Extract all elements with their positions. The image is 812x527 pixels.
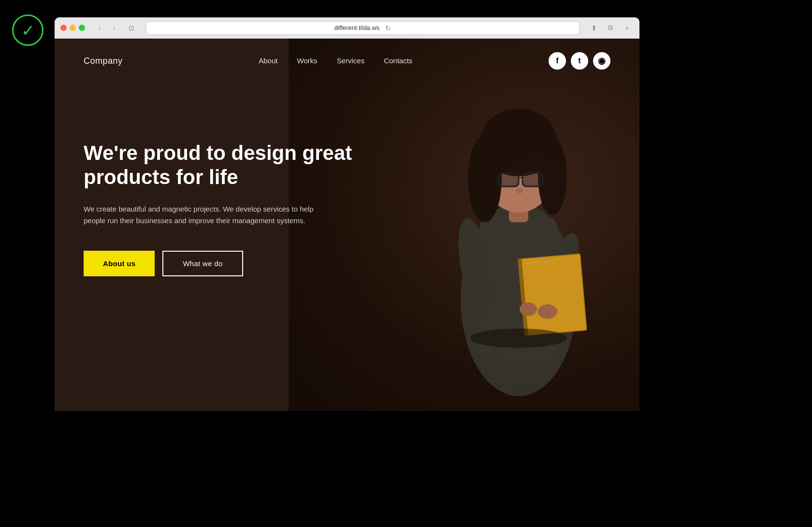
svg-rect-21 [522,173,543,186]
browser-toolbar: ‹ › ⊡ different.tilda.ws ↻ ⬆ ⧉ + [55,17,639,39]
url-text: different.tilda.ws [334,24,380,31]
checkmark-overlay: ✓ [12,14,44,46]
svg-point-16 [484,130,553,169]
social-icons: f t ◉ [549,52,610,70]
svg-point-9 [520,302,537,316]
forward-button[interactable]: › [107,21,121,35]
sidebar-button[interactable]: ⊡ [125,21,138,35]
address-bar[interactable]: different.tilda.ws ↻ [146,21,580,35]
svg-point-8 [538,304,557,319]
svg-rect-20 [498,173,519,186]
nav-item-works[interactable]: Works [297,57,317,65]
nav-buttons: ‹ › [93,21,121,35]
refresh-icon[interactable]: ↻ [385,24,391,32]
back-button[interactable]: ‹ [93,21,106,35]
nav-item-contacts[interactable]: Contacts [384,57,412,65]
site-logo[interactable]: Company [84,56,123,66]
fullscreen-button[interactable] [79,25,85,31]
what-we-do-button[interactable]: What we do [162,251,243,276]
about-us-button[interactable]: About us [84,251,155,276]
hero-title: We're proud to design great products for… [84,141,364,190]
checkmark-icon: ✓ [21,22,35,39]
nav-link-about[interactable]: About [259,57,277,65]
add-tab-button[interactable]: + [620,21,634,35]
toolbar-right: ⬆ ⧉ + [587,21,634,35]
traffic-lights [60,25,85,31]
nav-link-contacts[interactable]: Contacts [384,57,412,65]
hero-content: We're proud to design great products for… [55,83,393,305]
hero-subtitle: We create beautiful and magnetic project… [84,203,316,227]
instagram-icon[interactable]: ◉ [593,52,610,70]
facebook-icon[interactable]: f [549,52,566,70]
nav-links: About Works Services Contacts [259,57,412,65]
website-content: Company About Works Services Contacts f [55,39,639,411]
minimize-button[interactable] [70,25,76,31]
svg-point-23 [470,328,567,348]
close-button[interactable] [60,25,67,31]
hero-person-image [427,48,610,396]
tabs-button[interactable]: ⧉ [604,21,617,35]
site-navigation: Company About Works Services Contacts f [55,39,639,83]
svg-rect-6 [522,255,586,335]
nav-link-works[interactable]: Works [297,57,317,65]
nav-item-about[interactable]: About [259,57,277,65]
nav-item-services[interactable]: Services [337,57,365,65]
share-button[interactable]: ⬆ [587,21,601,35]
nav-link-services[interactable]: Services [337,57,365,65]
svg-point-22 [516,188,523,193]
hero-buttons: About us What we do [84,251,364,276]
twitter-icon[interactable]: t [571,52,588,70]
browser-window: ‹ › ⊡ different.tilda.ws ↻ ⬆ ⧉ + [55,17,639,411]
